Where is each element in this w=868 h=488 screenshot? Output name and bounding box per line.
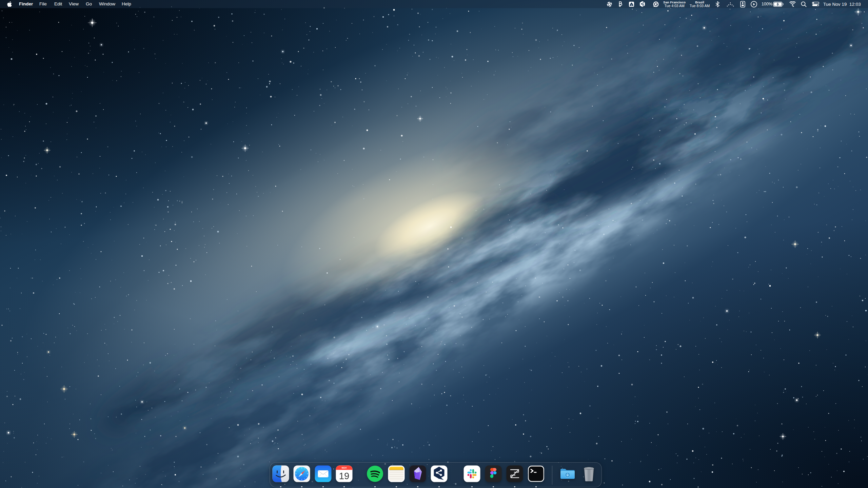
- svg-text:NOV: NOV: [342, 467, 347, 469]
- svg-text:19: 19: [339, 471, 350, 481]
